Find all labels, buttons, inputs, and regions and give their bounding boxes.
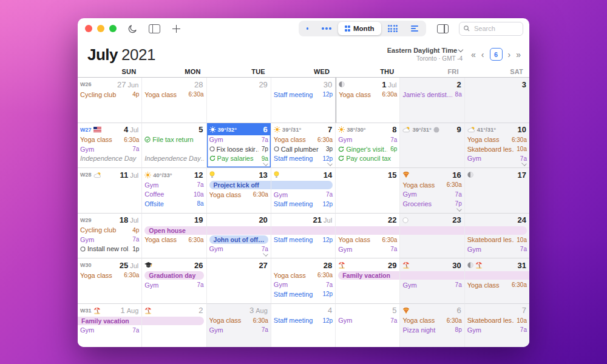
day-cell-4[interactable]: 4Staff meeting12p (271, 304, 336, 348)
day-cell-18-jul[interactable]: W2918JulCycling club4pGym7aInstall new r… (78, 214, 142, 259)
event-banner[interactable] (336, 226, 400, 235)
event[interactable]: Gym7a (467, 325, 527, 335)
event[interactable]: Gym7a (144, 180, 203, 190)
event[interactable]: Call plumber3p (274, 144, 333, 154)
dark-mode-moon-icon[interactable] (125, 21, 140, 36)
event[interactable]: Yoga class6:30a (144, 90, 203, 99)
day-cell-14[interactable]: 14 Gym7aStaff meeting12p (271, 168, 336, 214)
event[interactable]: Gym7a (402, 190, 461, 200)
day-cell-15[interactable]: 15 (336, 168, 400, 214)
day-cell-1-jul[interactable]: 1JulYoga class6:30a (336, 78, 400, 123)
event-banner[interactable] (465, 271, 529, 280)
event[interactable]: Skateboard les…10a (467, 235, 527, 245)
event-banner[interactable]: Open house (144, 226, 206, 235)
event[interactable]: Staff meeting12p (274, 289, 333, 299)
event[interactable]: Yoga class6:30a (80, 271, 139, 280)
event[interactable]: Yoga class6:30a (274, 271, 333, 280)
day-cell-21-jul[interactable]: 21Jul Staff meeting12p (271, 214, 336, 259)
event-banner[interactable] (142, 317, 203, 325)
day-cell-12[interactable]: 40°/33°12Gym7aCoffee10aOffsite8a (142, 168, 206, 214)
event[interactable]: Yoga class6:30a (209, 316, 268, 326)
day-cell-11-jul[interactable]: W2811Jul (78, 168, 142, 214)
event[interactable]: Staff meeting12p (274, 235, 333, 245)
day-cell-29[interactable]: 29 (207, 78, 271, 123)
event[interactable]: Pay salaries9a (209, 154, 268, 164)
view-week-button[interactable] (315, 22, 338, 35)
day-cell-4-jul[interactable]: W274JulYoga class6:30aGym7aIndependence … (78, 123, 142, 169)
event[interactable]: Gym7a (80, 144, 139, 154)
day-cell-17[interactable]: 17 (465, 168, 529, 214)
day-cell-9[interactable]: 39°/31°9 (400, 123, 464, 169)
day-cell-25-jul[interactable]: W3025JulYoga class6:30a (78, 258, 142, 304)
day-cell-30[interactable]: 30 Gym7a (400, 258, 464, 304)
day-cell-22[interactable]: 22 Yoga class6:30aGym7a (336, 214, 400, 259)
day-cell-2[interactable]: 2Jamie's dentist…8a (400, 78, 464, 123)
prev-button[interactable]: ‹ (481, 50, 484, 59)
day-cell-8[interactable]: 38°/30°8Gym7aGinger's visit…6pPay counci… (336, 123, 400, 169)
zoom-window-button[interactable] (109, 25, 117, 32)
event-banner[interactable] (207, 226, 271, 235)
event[interactable]: Yoga class6:30a (402, 316, 461, 326)
event-banner[interactable] (465, 226, 527, 235)
day-cell-6[interactable]: 39°/32°6Gym7aFix loose skir…7pPay salari… (207, 123, 271, 169)
day-cell-29[interactable]: 29Family vacation (336, 258, 400, 304)
day-cell-6[interactable]: 6Yoga class6:30aPizza night8p (400, 304, 464, 348)
event[interactable]: Gym7a (338, 316, 397, 326)
event-banner[interactable] (271, 226, 336, 235)
event[interactable]: Yoga class6:30a (80, 135, 139, 145)
day-cell-2[interactable]: 2 (142, 304, 206, 348)
event-pill[interactable]: John out of off… (209, 235, 268, 244)
event[interactable]: Groceries7p (402, 199, 461, 209)
event[interactable]: Yoga class6:30a (402, 180, 461, 190)
day-cell-26[interactable]: 26Graduation dayGym7a (142, 258, 206, 304)
event-banner[interactable] (400, 226, 464, 235)
event[interactable]: Gym7a (338, 135, 397, 145)
day-cell-24[interactable]: 24 Skateboard les…10aGym7a (465, 214, 529, 259)
view-list-button[interactable] (404, 22, 425, 35)
event[interactable]: Skateboard les…10a (467, 316, 527, 326)
event[interactable]: Offsite8a (144, 199, 203, 209)
event[interactable]: Staff meeting12p (274, 90, 333, 99)
day-cell-23[interactable]: 23 (400, 214, 464, 259)
day-cell-7[interactable]: 7Skateboard les…10aGym7a (465, 304, 529, 348)
event[interactable]: Independence Day… (144, 154, 203, 164)
event[interactable]: Yoga class6:30a (144, 235, 203, 245)
event[interactable]: Install new rol…1p (80, 244, 139, 254)
event[interactable]: Gym7a (467, 244, 527, 254)
event-banner[interactable]: Project kick off (209, 181, 271, 189)
event[interactable]: Pizza night8p (402, 325, 461, 335)
event[interactable]: Yoga class6:30a (467, 135, 527, 145)
day-cell-16[interactable]: 16Yoga class6:30aGym7aGroceries7p (400, 168, 464, 214)
new-event-plus-icon[interactable] (169, 21, 183, 36)
event[interactable]: Staff meeting12p (274, 154, 333, 164)
day-cell-7[interactable]: 39°/31°7Yoga class6:30aCall plumber3pSta… (271, 123, 336, 169)
search-input[interactable] (473, 24, 519, 33)
event[interactable]: Cycling club4p (80, 226, 139, 235)
next-fast-button[interactable]: » (516, 50, 521, 59)
event[interactable]: Cycling club4p (80, 90, 139, 99)
day-cell-20[interactable]: 20 John out of off…Gym7a (207, 214, 271, 259)
event[interactable]: Pay council tax (338, 154, 397, 164)
event[interactable]: Gym7a (144, 280, 203, 290)
event[interactable]: Gym7a (402, 280, 461, 290)
day-cell-3-aug[interactable]: 3AugYoga class6:30aGym7a (207, 304, 271, 348)
next-button[interactable]: › (508, 50, 511, 59)
sidebar-toggle-icon[interactable] (147, 21, 161, 36)
info-panel-toggle-icon[interactable] (435, 21, 450, 36)
event[interactable]: Fix loose skir…7p (209, 144, 268, 154)
event[interactable]: File tax return (144, 135, 203, 145)
day-cell-28[interactable]: 28Yoga class6:30a (142, 78, 206, 123)
prev-fast-button[interactable]: « (471, 50, 476, 59)
event-banner[interactable]: Family vacation (78, 317, 142, 325)
day-cell-5[interactable]: 5File tax returnIndependence Day… (142, 123, 206, 169)
day-cell-31[interactable]: 31 Yoga class6:30a (465, 258, 529, 304)
event[interactable]: Gym7a (80, 235, 139, 244)
event[interactable]: Ginger's visit…6p (338, 144, 397, 154)
event-banner[interactable]: Graduation day (144, 271, 203, 280)
event[interactable]: Staff meeting12p (274, 200, 333, 209)
event[interactable]: Gym7a (209, 325, 268, 335)
event[interactable]: Gym7a (467, 154, 527, 164)
day-cell-27[interactable]: 27 (207, 258, 271, 304)
day-cell-5[interactable]: 5Gym7a (336, 304, 400, 348)
event[interactable]: Yoga class6:30a (338, 235, 397, 245)
